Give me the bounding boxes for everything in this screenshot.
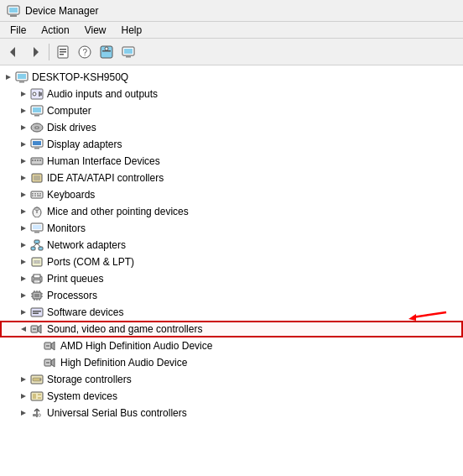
svg-marker-83	[21, 293, 26, 298]
tree-item-software[interactable]: Software devices	[0, 304, 463, 321]
svg-rect-97	[31, 308, 43, 316]
svg-rect-85	[34, 294, 39, 297]
tree-item-computer[interactable]: Computer	[0, 102, 463, 119]
tree-item-display[interactable]: Display adapters	[0, 136, 463, 153]
audio-inputs-label: Audio inputs and outputs	[47, 88, 158, 100]
svg-rect-8	[60, 54, 64, 55]
audio-inputs-expander[interactable]	[17, 87, 30, 101]
monitors-icon	[30, 222, 44, 234]
software-expander[interactable]	[17, 306, 30, 319]
mice-expander[interactable]	[17, 205, 30, 218]
hid-expander[interactable]	[17, 154, 30, 168]
tree-item-hid[interactable]: Human Interface Devices	[0, 153, 463, 170]
tree-root[interactable]: DESKTOP-KSH950Q	[0, 69, 463, 86]
ports-expander[interactable]	[17, 255, 30, 269]
hid-label: Human Interface Devices	[47, 155, 160, 167]
computer-expander[interactable]	[17, 104, 30, 118]
amd-audio-icon	[44, 340, 57, 352]
svg-rect-79	[34, 275, 40, 278]
print-label: Print queues	[47, 273, 103, 285]
svg-point-76	[39, 261, 40, 263]
menu-file[interactable]: File	[3, 23, 33, 38]
keyboards-expander[interactable]	[17, 188, 30, 201]
software-icon	[30, 306, 44, 318]
svg-rect-2	[9, 8, 18, 13]
root-expander[interactable]	[2, 71, 15, 84]
svg-point-126	[39, 414, 41, 416]
ide-expander[interactable]	[17, 171, 30, 185]
svg-line-70	[37, 243, 41, 247]
svg-text:?: ?	[83, 48, 88, 57]
tree-item-hd-audio[interactable]: High Definition Audio Device	[0, 354, 463, 371]
display-expander[interactable]	[17, 138, 30, 151]
forward-button[interactable]	[25, 42, 45, 62]
svg-rect-20	[19, 81, 24, 83]
tree-item-ports[interactable]: Ports (COM & LPT)	[0, 254, 463, 270]
svg-line-100	[413, 312, 446, 317]
tree-item-keyboards[interactable]: Keyboards	[0, 186, 463, 203]
menu-action[interactable]: Action	[34, 23, 75, 38]
usb-expander[interactable]	[17, 406, 30, 420]
tree-item-amd-audio[interactable]: AMD High Definition Audio Device	[0, 337, 463, 354]
usb-label: Universal Serial Bus controllers	[47, 407, 187, 419]
svg-rect-125	[33, 414, 36, 416]
tree-item-usb[interactable]: Universal Serial Bus controllers	[0, 405, 463, 421]
svg-rect-37	[34, 148, 39, 149]
tree-item-disk[interactable]: Disk drives	[0, 119, 463, 136]
svg-marker-71	[21, 259, 26, 264]
menu-help[interactable]: Help	[115, 23, 149, 38]
svg-rect-119	[38, 394, 41, 395]
print-expander[interactable]	[17, 272, 30, 285]
svg-rect-98	[33, 311, 41, 312]
tree-item-network[interactable]: Network adapters	[0, 237, 463, 254]
svg-rect-105	[33, 328, 36, 330]
tree-item-system[interactable]: System devices	[0, 388, 463, 405]
svg-marker-96	[21, 310, 26, 315]
help-button[interactable]: ?	[75, 42, 95, 62]
tree-item-processors[interactable]: Processors	[0, 287, 463, 304]
tree-panel[interactable]: DESKTOP-KSH950Q Audio inputs and outputs	[0, 65, 463, 476]
svg-rect-49	[32, 193, 34, 195]
back-button[interactable]	[3, 42, 23, 62]
sound-icon	[30, 323, 44, 335]
svg-marker-102	[21, 327, 26, 332]
storage-expander[interactable]	[17, 373, 30, 386]
computer-label: Computer	[47, 105, 91, 117]
svg-marker-116	[21, 394, 26, 399]
tree-item-storage[interactable]: Storage controllers	[0, 371, 463, 388]
tree-item-print[interactable]: Print queues	[0, 270, 463, 287]
ports-label: Ports (COM & LPT)	[47, 256, 134, 268]
svg-marker-3	[10, 47, 15, 57]
svg-marker-107	[51, 342, 55, 350]
monitor-button[interactable]	[118, 42, 138, 62]
monitors-expander[interactable]	[17, 222, 30, 235]
svg-rect-48	[31, 191, 43, 198]
scan-button[interactable]	[96, 42, 117, 62]
tree-item-mice[interactable]: Mice and other pointing devices	[0, 203, 463, 220]
menu-view[interactable]: View	[78, 23, 113, 38]
network-expander[interactable]	[17, 238, 30, 252]
tree-item-ide[interactable]: IDE ATA/ATAPI controllers	[0, 170, 463, 186]
ide-label: IDE ATA/ATAPI controllers	[47, 172, 164, 184]
tree-item-monitors[interactable]: Monitors	[0, 220, 463, 237]
svg-marker-121	[21, 411, 26, 416]
system-expander[interactable]	[17, 390, 30, 403]
display-label: Display adapters	[47, 139, 122, 150]
tree-item-audio-inputs[interactable]: Audio inputs and outputs	[0, 86, 463, 102]
svg-rect-28	[33, 107, 41, 112]
svg-marker-44	[21, 175, 26, 180]
properties-button[interactable]	[53, 42, 73, 62]
storage-icon	[30, 374, 44, 385]
tree-item-sound[interactable]: Sound, video and game controllers	[0, 321, 463, 337]
disk-expander[interactable]	[17, 121, 30, 134]
svg-rect-53	[32, 196, 34, 197]
svg-rect-46	[34, 175, 40, 180]
sound-expander[interactable]	[17, 322, 30, 336]
display-icon	[30, 139, 44, 150]
svg-rect-111	[46, 362, 49, 364]
svg-marker-4	[34, 47, 39, 57]
svg-rect-54	[34, 196, 36, 197]
processors-label: Processors	[47, 290, 97, 301]
processors-expander[interactable]	[17, 289, 30, 302]
svg-line-69	[34, 243, 38, 247]
